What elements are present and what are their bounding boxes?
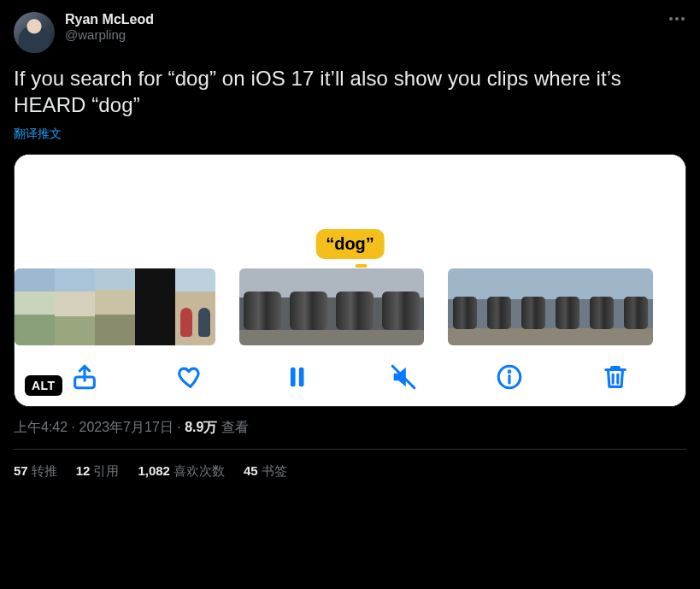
svg-rect-2	[299, 368, 304, 387]
share-icon[interactable]	[66, 358, 103, 396]
clip-thumb[interactable]	[55, 268, 95, 345]
svg-rect-1	[291, 368, 296, 387]
tweet-text: If you search for “dog” on iOS 17 it’ll …	[14, 65, 686, 118]
clip-thumb[interactable]	[378, 268, 424, 345]
clip-thumb[interactable]	[585, 268, 619, 345]
views-label: 查看	[217, 420, 248, 434]
clip-thumb[interactable]	[239, 268, 285, 345]
tweet-header: Ryan McLeod @warpling	[14, 12, 686, 53]
clip-thumb[interactable]	[285, 268, 332, 345]
info-icon[interactable]	[491, 358, 528, 396]
clip-group[interactable]	[448, 268, 653, 345]
clip-thumb[interactable]	[95, 268, 135, 345]
more-icon[interactable]	[669, 12, 686, 21]
media-preview-top: “dog”	[15, 155, 685, 266]
clip-thumb[interactable]	[550, 268, 585, 345]
retweets-stat[interactable]: 57转推	[14, 463, 57, 480]
likes-stat[interactable]: 1,082喜欢次数	[138, 463, 225, 480]
quotes-stat[interactable]: 12引用	[76, 463, 120, 480]
tweet-stats: 57转推 12引用 1,082喜欢次数 45书签	[14, 450, 686, 480]
bookmarks-stat[interactable]: 45书签	[244, 463, 287, 480]
author-block[interactable]: Ryan McLeod @warpling	[65, 12, 154, 42]
media-controls	[15, 348, 685, 406]
clip-thumb[interactable]	[15, 268, 55, 345]
clip-thumb[interactable]	[448, 268, 482, 345]
heart-icon[interactable]	[172, 358, 209, 396]
trash-icon[interactable]	[597, 358, 634, 396]
clip-thumb[interactable]	[516, 268, 550, 345]
clip-group[interactable]	[239, 268, 424, 345]
clip-thumb[interactable]	[135, 268, 175, 345]
tweet-container: Ryan McLeod @warpling If you search for …	[0, 0, 700, 480]
avatar[interactable]	[14, 12, 55, 53]
translate-link[interactable]: 翻译推文	[14, 127, 686, 142]
author-name: Ryan McLeod	[65, 12, 154, 27]
pause-icon[interactable]	[278, 358, 315, 396]
views-count: 8.9万	[185, 420, 217, 434]
clip-thumb[interactable]	[619, 268, 653, 345]
search-term-tag: “dog”	[315, 229, 385, 259]
author-handle: @warpling	[65, 27, 154, 42]
video-timeline[interactable]	[15, 266, 685, 348]
tweet-meta: 上午4:42 · 2023年7月17日 · 8.9万 查看	[14, 419, 686, 437]
clip-thumb[interactable]	[175, 268, 215, 345]
tweet-media-card[interactable]: “dog”	[14, 154, 686, 407]
clip-thumb[interactable]	[482, 268, 516, 345]
tweet-date[interactable]: 2023年7月17日	[79, 420, 173, 434]
mute-icon[interactable]	[385, 358, 422, 396]
tweet-time[interactable]: 上午4:42	[14, 420, 68, 434]
alt-badge[interactable]: ALT	[25, 375, 62, 396]
svg-point-6	[509, 371, 510, 373]
clip-group[interactable]	[15, 268, 215, 345]
clip-thumb[interactable]	[332, 268, 378, 345]
